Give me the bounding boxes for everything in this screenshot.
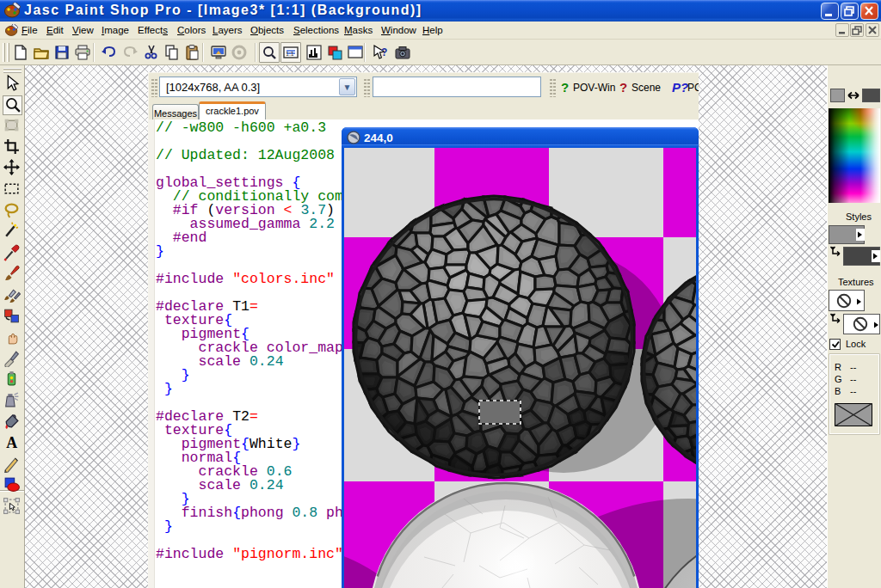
svg-text:1:1: 1:1: [286, 51, 294, 57]
svg-text:244,0: 244,0: [364, 132, 393, 144]
svg-text:?: ?: [381, 46, 387, 58]
svg-text:A: A: [6, 434, 17, 451]
